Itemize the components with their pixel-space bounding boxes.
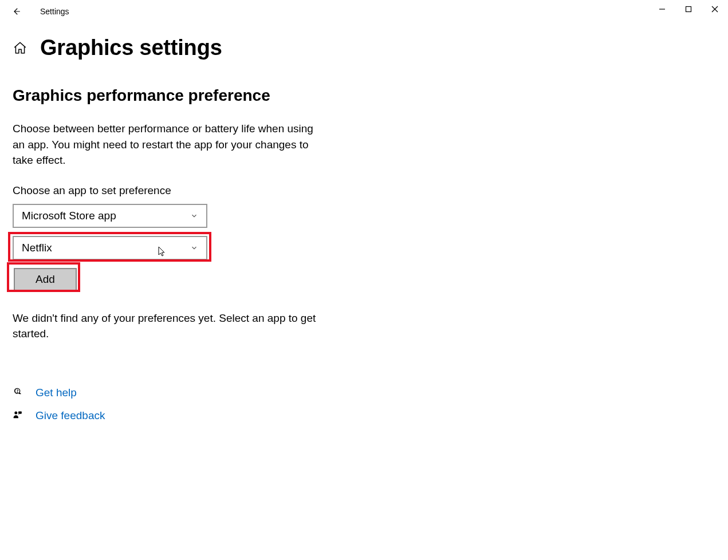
svg-rect-1: [686, 7, 691, 12]
close-button[interactable]: [702, 0, 728, 18]
section-title: Graphics performance preference: [13, 86, 728, 105]
feedback-row: Give feedback: [13, 409, 728, 422]
back-button[interactable]: [10, 6, 22, 17]
svg-rect-6: [18, 411, 22, 413]
page-content: Graphics settings Graphics performance p…: [0, 23, 728, 422]
get-help-link[interactable]: Get help: [36, 387, 77, 399]
page-heading: Graphics settings: [13, 36, 728, 60]
chevron-down-icon: [190, 244, 198, 252]
chevron-down-icon: [190, 212, 198, 220]
page-title: Graphics settings: [40, 36, 222, 60]
no-preferences-text: We didn't find any of your preferences y…: [13, 310, 322, 342]
give-feedback-link[interactable]: Give feedback: [36, 409, 105, 422]
app-select-value: Netflix: [22, 242, 52, 254]
svg-point-5: [14, 411, 17, 414]
home-icon[interactable]: [13, 41, 27, 56]
maximize-button[interactable]: [675, 0, 702, 18]
help-row: Get help: [13, 387, 728, 399]
add-button-label: Add: [36, 273, 55, 286]
help-icon: [13, 387, 24, 399]
window-title: Settings: [40, 7, 69, 16]
dropdown-label: Choose an app to set preference: [13, 184, 728, 197]
titlebar: Settings: [0, 0, 728, 23]
app-type-value: Microsoft Store app: [22, 210, 116, 222]
minimize-button[interactable]: [649, 0, 675, 18]
app-select-dropdown[interactable]: Netflix: [13, 236, 207, 260]
svg-point-4: [17, 392, 18, 393]
app-type-dropdown[interactable]: Microsoft Store app: [13, 204, 207, 228]
caption-buttons: [649, 0, 728, 18]
add-button[interactable]: Add: [14, 268, 77, 291]
section-description: Choose between better performance or bat…: [13, 121, 322, 168]
feedback-icon: [13, 410, 24, 421]
